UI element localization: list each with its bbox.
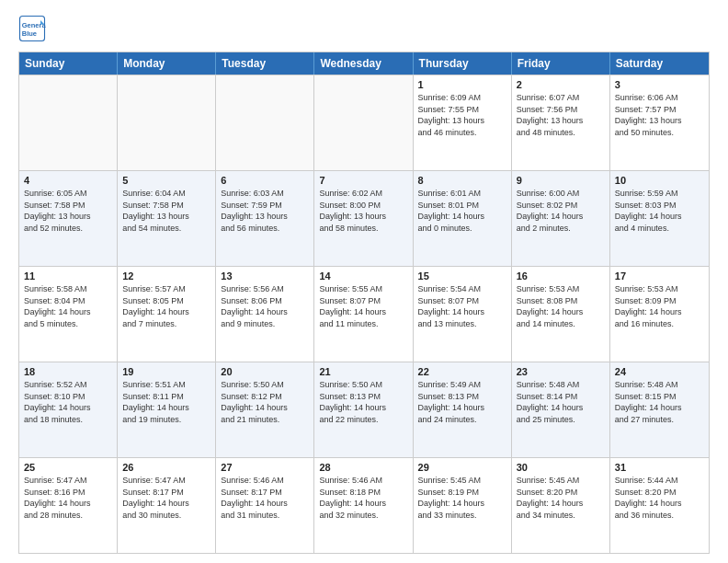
day-info: Sunrise: 6:03 AMSunset: 7:59 PMDaylight:… [221,188,309,234]
day-cell-24: 24Sunrise: 5:48 AMSunset: 8:15 PMDayligh… [610,362,709,457]
day-number: 21 [319,366,407,377]
day-cell-12: 12Sunrise: 5:57 AMSunset: 8:05 PMDayligh… [118,267,216,362]
day-number: 16 [517,270,605,282]
calendar-row-3: 18Sunrise: 5:52 AMSunset: 8:10 PMDayligh… [19,362,709,457]
day-number: 5 [122,175,210,186]
day-number: 19 [122,366,210,377]
day-number: 20 [221,366,309,377]
day-info: Sunrise: 6:07 AMSunset: 7:56 PMDaylight:… [517,92,605,138]
day-cell-22: 22Sunrise: 5:49 AMSunset: 8:13 PMDayligh… [414,362,512,457]
day-info: Sunrise: 6:05 AMSunset: 7:58 PMDaylight:… [24,188,112,234]
day-number: 13 [221,270,309,282]
day-cell-20: 20Sunrise: 5:50 AMSunset: 8:12 PMDayligh… [216,362,314,457]
day-cell-9: 9Sunrise: 6:00 AMSunset: 8:02 PMDaylight… [512,171,610,266]
calendar: SundayMondayTuesdayWednesdayThursdayFrid… [18,52,710,554]
svg-text:General: General [22,21,46,29]
day-cell-14: 14Sunrise: 5:55 AMSunset: 8:07 PMDayligh… [314,267,413,362]
day-info: Sunrise: 5:58 AMSunset: 8:04 PMDaylight:… [24,283,112,329]
day-number: 14 [319,270,407,282]
day-cell-7: 7Sunrise: 6:02 AMSunset: 8:00 PMDaylight… [314,171,413,266]
logo: General Blue [18,15,46,42]
day-number: 25 [24,462,112,473]
weekday-header-thursday: Thursday [414,52,512,75]
weekday-header-monday: Monday [118,52,216,75]
calendar-row-0: 1Sunrise: 6:09 AMSunset: 7:55 PMDaylight… [19,75,709,170]
weekday-header-friday: Friday [512,52,610,75]
day-cell-8: 8Sunrise: 6:01 AMSunset: 8:01 PMDaylight… [414,171,512,266]
day-info: Sunrise: 5:46 AMSunset: 8:18 PMDaylight:… [319,475,407,521]
svg-text:Blue: Blue [22,29,37,38]
day-cell-6: 6Sunrise: 6:03 AMSunset: 7:59 PMDaylight… [216,171,314,266]
day-info: Sunrise: 5:56 AMSunset: 8:06 PMDaylight:… [221,283,309,329]
day-info: Sunrise: 5:46 AMSunset: 8:17 PMDaylight:… [221,475,309,521]
day-number: 30 [517,462,605,473]
day-info: Sunrise: 5:49 AMSunset: 8:13 PMDaylight:… [418,379,506,425]
day-cell-23: 23Sunrise: 5:48 AMSunset: 8:14 PMDayligh… [512,362,610,457]
calendar-row-2: 11Sunrise: 5:58 AMSunset: 8:04 PMDayligh… [19,266,709,362]
day-number: 4 [24,175,112,186]
empty-cell [314,75,413,170]
day-number: 28 [319,462,407,473]
day-cell-18: 18Sunrise: 5:52 AMSunset: 8:10 PMDayligh… [19,362,118,457]
day-number: 26 [122,462,210,473]
day-cell-26: 26Sunrise: 5:47 AMSunset: 8:17 PMDayligh… [118,458,216,553]
day-cell-21: 21Sunrise: 5:50 AMSunset: 8:13 PMDayligh… [314,362,413,457]
weekday-header-sunday: Sunday [19,52,118,75]
day-info: Sunrise: 5:59 AMSunset: 8:03 PMDaylight:… [615,188,704,234]
day-cell-28: 28Sunrise: 5:46 AMSunset: 8:18 PMDayligh… [314,458,413,553]
day-number: 3 [615,79,704,90]
day-info: Sunrise: 6:01 AMSunset: 8:01 PMDaylight:… [418,188,506,234]
header: General Blue [18,15,710,42]
day-info: Sunrise: 5:53 AMSunset: 8:09 PMDaylight:… [615,283,704,329]
day-info: Sunrise: 5:47 AMSunset: 8:16 PMDaylight:… [24,475,112,521]
empty-cell [19,75,118,170]
day-info: Sunrise: 6:04 AMSunset: 7:58 PMDaylight:… [122,188,210,234]
day-number: 24 [615,366,704,377]
day-info: Sunrise: 6:02 AMSunset: 8:00 PMDaylight:… [319,188,407,234]
day-number: 31 [615,462,704,473]
day-cell-29: 29Sunrise: 5:45 AMSunset: 8:19 PMDayligh… [414,458,512,553]
day-cell-11: 11Sunrise: 5:58 AMSunset: 8:04 PMDayligh… [19,267,118,362]
day-number: 6 [221,175,309,186]
day-number: 12 [122,270,210,282]
calendar-header: SundayMondayTuesdayWednesdayThursdayFrid… [19,52,709,75]
day-number: 1 [418,79,506,90]
day-number: 11 [24,270,112,282]
day-cell-17: 17Sunrise: 5:53 AMSunset: 8:09 PMDayligh… [610,267,709,362]
day-number: 29 [418,462,506,473]
logo-icon: General Blue [18,15,46,42]
day-number: 15 [418,270,506,282]
day-info: Sunrise: 6:06 AMSunset: 7:57 PMDaylight:… [615,92,704,138]
day-cell-1: 1Sunrise: 6:09 AMSunset: 7:55 PMDaylight… [414,75,512,170]
day-cell-25: 25Sunrise: 5:47 AMSunset: 8:16 PMDayligh… [19,458,118,553]
day-info: Sunrise: 5:45 AMSunset: 8:19 PMDaylight:… [418,475,506,521]
day-cell-30: 30Sunrise: 5:45 AMSunset: 8:20 PMDayligh… [512,458,610,553]
day-number: 17 [615,270,704,282]
weekday-header-wednesday: Wednesday [314,52,413,75]
day-number: 23 [517,366,605,377]
day-info: Sunrise: 5:45 AMSunset: 8:20 PMDaylight:… [517,475,605,521]
day-cell-10: 10Sunrise: 5:59 AMSunset: 8:03 PMDayligh… [610,171,709,266]
day-cell-16: 16Sunrise: 5:53 AMSunset: 8:08 PMDayligh… [512,267,610,362]
day-number: 8 [418,175,506,186]
day-cell-4: 4Sunrise: 6:05 AMSunset: 7:58 PMDaylight… [19,171,118,266]
day-cell-15: 15Sunrise: 5:54 AMSunset: 8:07 PMDayligh… [414,267,512,362]
day-number: 2 [517,79,605,90]
day-info: Sunrise: 5:55 AMSunset: 8:07 PMDaylight:… [319,283,407,329]
calendar-row-4: 25Sunrise: 5:47 AMSunset: 8:16 PMDayligh… [19,457,709,553]
day-info: Sunrise: 5:50 AMSunset: 8:12 PMDaylight:… [221,379,309,425]
weekday-header-saturday: Saturday [610,52,709,75]
day-cell-2: 2Sunrise: 6:07 AMSunset: 7:56 PMDaylight… [512,75,610,170]
day-cell-5: 5Sunrise: 6:04 AMSunset: 7:58 PMDaylight… [118,171,216,266]
day-info: Sunrise: 5:50 AMSunset: 8:13 PMDaylight:… [319,379,407,425]
calendar-row-1: 4Sunrise: 6:05 AMSunset: 7:58 PMDaylight… [19,170,709,266]
weekday-header-tuesday: Tuesday [216,52,314,75]
day-cell-27: 27Sunrise: 5:46 AMSunset: 8:17 PMDayligh… [216,458,314,553]
day-info: Sunrise: 5:57 AMSunset: 8:05 PMDaylight:… [122,283,210,329]
day-info: Sunrise: 5:47 AMSunset: 8:17 PMDaylight:… [122,475,210,521]
day-number: 7 [319,175,407,186]
day-cell-13: 13Sunrise: 5:56 AMSunset: 8:06 PMDayligh… [216,267,314,362]
day-number: 9 [517,175,605,186]
day-info: Sunrise: 6:09 AMSunset: 7:55 PMDaylight:… [418,92,506,138]
day-info: Sunrise: 5:51 AMSunset: 8:11 PMDaylight:… [122,379,210,425]
